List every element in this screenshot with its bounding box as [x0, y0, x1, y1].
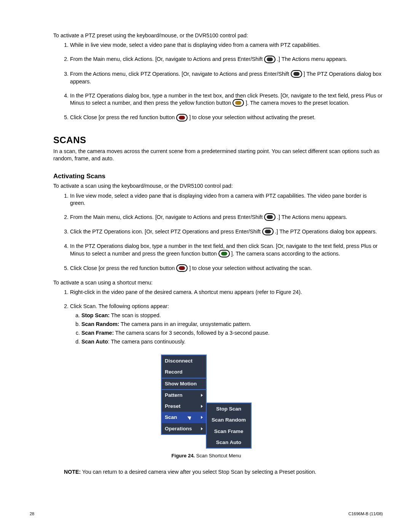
text: .] The Actions menu appears. [277, 214, 347, 220]
scan-step-3: Click the PTZ Operations icon. [Or, sele… [70, 228, 383, 236]
menu-item-scan[interactable]: Scan [162, 412, 206, 423]
text: From the Main menu, click Actions. [Or, … [70, 56, 264, 62]
text: Click the PTZ Operations icon. [Or, sele… [70, 228, 262, 235]
scan-steps: In live view mode, select a video pane t… [53, 192, 383, 273]
text: .] The Actions menu appears. [277, 56, 347, 62]
document-page: To activate a PTZ preset using the keybo… [0, 0, 411, 532]
desc: The scan is stopped. [110, 312, 161, 318]
red-function-button-icon [176, 114, 188, 121]
menu-item-preset[interactable]: Preset [162, 401, 206, 412]
preset-steps: While in live view mode, select a video … [53, 42, 383, 122]
preset-step-2: From the Main menu, click Actions. [Or, … [70, 56, 383, 63]
submenu-item-scan-auto[interactable]: Scan Auto [207, 437, 251, 448]
option-scan-random: Scan Random: The camera pans in an irreg… [81, 321, 383, 328]
text: ] to close your selection without activa… [189, 114, 315, 120]
option-stop-scan: Stop Scan: The scan is stopped. [81, 312, 383, 319]
shortcut-intro: To activate a scan using a shortcut menu… [53, 279, 383, 286]
doc-id: C1696M-B (11/08) [349, 511, 383, 517]
text: From the Main menu, click Actions. [Or, … [70, 214, 264, 220]
preset-step-4: In the PTZ Operations dialog box, type a… [70, 92, 383, 107]
cursor-icon [188, 415, 193, 420]
preset-step-5: Click Close [or press the red function b… [70, 114, 383, 121]
figure-24: Disconnect Record Show Motion Pattern Pr… [30, 355, 383, 459]
text: .] The PTZ Operations dialog box appears… [275, 228, 377, 235]
desc: The camera pans in an irregular, unsyste… [119, 321, 251, 327]
text: Click Close [or press the red function b… [70, 265, 176, 271]
note: NOTE: You can return to a desired camera… [64, 468, 383, 476]
option-scan-auto: Scan Auto: The camera pans continuously. [81, 338, 383, 345]
label: Scan [165, 414, 177, 420]
page-footer: 28 C1696M-B (11/08) [30, 511, 383, 517]
scan-options: Stop Scan: The scan is stopped. Scan Ran… [70, 312, 383, 346]
submenu-item-scan-frame[interactable]: Scan Frame [207, 426, 251, 437]
submenu-item-stop-scan[interactable]: Stop Scan [207, 403, 251, 414]
shortcut-menu: Disconnect Record Show Motion Pattern Pr… [161, 355, 252, 449]
preset-step-3: From the Actions menu, click PTZ Operati… [70, 70, 383, 85]
menu-item-record[interactable]: Record [162, 366, 206, 377]
scan-step-5: Click Close [or press the red function b… [70, 265, 383, 272]
shortcut-menu-sub: Stop Scan Scan Random Scan Frame Scan Au… [206, 403, 252, 449]
figure-text: Scan Shortcut Menu [195, 453, 241, 459]
label: Scan Random: [81, 321, 119, 327]
scan-step-1: In live view mode, select a video pane t… [70, 192, 383, 207]
shortcut-step-2: Click Scan. The following options appear… [70, 303, 383, 345]
scans-heading: SCANS [53, 134, 383, 146]
activating-scans-heading: Activating Scans [53, 172, 383, 181]
scan-step-4: In the PTZ Operations dialog box, type a… [70, 243, 383, 257]
text: From the Actions menu, click PTZ Operati… [70, 71, 291, 77]
enter-shift-button-icon [264, 56, 276, 63]
submenu-item-scan-random[interactable]: Scan Random [207, 414, 251, 425]
enter-shift-button-icon [291, 70, 302, 78]
preset-intro: To activate a PTZ preset using the keybo… [53, 32, 383, 39]
scan-step-2: From the Main menu, click Actions. [Or, … [70, 214, 383, 221]
red-function-button-icon [176, 264, 188, 272]
text: ] to close your selection without activa… [189, 265, 312, 271]
desc: The camera scans for 3 seconds, followed… [114, 330, 269, 336]
note-text: You can return to a desired camera view … [81, 469, 316, 475]
text: Click Scan. The following options appear… [70, 303, 169, 309]
figure-label: Figure 24. [172, 453, 195, 459]
text: ]. The camera scans according to the act… [231, 251, 340, 257]
activate-scan-intro: To activate a scan using the keyboard/mo… [53, 182, 383, 190]
shortcut-steps: Right-click in the video pane of the des… [53, 289, 383, 345]
yellow-function-button-icon [233, 99, 244, 107]
menu-item-operations[interactable]: Operations [162, 423, 206, 434]
text: Click Close [or press the red function b… [70, 114, 176, 120]
label: Stop Scan: [81, 312, 110, 318]
menu-item-pattern[interactable]: Pattern [162, 389, 206, 401]
shortcut-step-1: Right-click in the video pane of the des… [70, 289, 383, 296]
text: ]. The camera moves to the preset locati… [245, 100, 349, 106]
scans-intro: In a scan, the camera moves across the c… [53, 148, 383, 162]
option-scan-frame: Scan Frame: The camera scans for 3 secon… [81, 329, 383, 337]
figure-caption: Figure 24. Scan Shortcut Menu [30, 452, 383, 459]
enter-shift-button-icon [264, 213, 276, 221]
menu-item-disconnect[interactable]: Disconnect [162, 355, 206, 366]
menu-item-show-motion[interactable]: Show Motion [162, 378, 206, 389]
desc: : The camera pans continuously. [108, 339, 186, 345]
shortcut-menu-main: Disconnect Record Show Motion Pattern Pr… [161, 355, 207, 435]
enter-shift-button-icon [262, 228, 274, 235]
green-function-button-icon [218, 250, 230, 257]
note-label: NOTE: [64, 469, 81, 475]
preset-step-1: While in live view mode, select a video … [70, 42, 383, 49]
label: Scan Auto [81, 339, 108, 345]
page-number: 28 [30, 511, 34, 517]
label: Scan Frame: [81, 330, 114, 336]
